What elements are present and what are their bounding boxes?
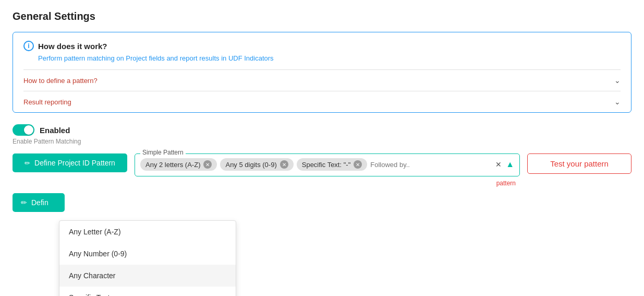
dropdown-item-any-number[interactable]: Any Number (0-9): [59, 243, 236, 265]
chevron-down-icon-2: ⌄: [614, 98, 621, 106]
toggle-row: Enabled: [13, 124, 631, 136]
define-project-id-button[interactable]: ✏ Define Project ID Pattern: [13, 153, 127, 172]
chip-label-specific: Specific Text: "-": [302, 161, 351, 169]
chip-label-digits: Any 5 digits (0-9): [225, 161, 276, 169]
define-second-button[interactable]: ✏ Defin: [13, 193, 65, 212]
dropdown-item-any-character[interactable]: Any Character: [59, 265, 236, 287]
pencil-icon-2: ✏: [21, 198, 27, 207]
accordion-item-pattern[interactable]: How to define a pattern? ⌄: [23, 69, 621, 91]
pattern-clear-icon[interactable]: ✕: [495, 160, 502, 169]
chip-label-letters: Any 2 letters (A-Z): [145, 161, 200, 169]
info-icon: i: [23, 41, 34, 51]
dropdown-item-specific-text[interactable]: Specific Text: [59, 287, 236, 296]
enable-sublabel: Enable Pattern Matching: [13, 138, 631, 145]
test-pattern-box[interactable]: Test your pattern: [527, 153, 631, 174]
enabled-toggle[interactable]: [13, 124, 34, 136]
page-title: General Settings: [13, 10, 631, 22]
followed-by-input[interactable]: [370, 161, 490, 169]
accordion-label-pattern: How to define a pattern?: [23, 77, 98, 85]
test-pattern-label: Test your pattern: [550, 159, 609, 168]
dropdown-item-any-letter[interactable]: Any Letter (A-Z): [59, 221, 236, 243]
chip-close-specific[interactable]: ✕: [354, 160, 362, 169]
simple-pattern-container: Simple Pattern Any 2 letters (A-Z) ✕ Any…: [135, 153, 520, 176]
toggle-label: Enabled: [40, 126, 70, 135]
second-define-row: ✏ Defin: [13, 193, 631, 212]
info-box: i How does it work? Perform pattern matc…: [13, 32, 631, 113]
simple-pattern-inner: Any 2 letters (A-Z) ✕ Any 5 digits (0-9)…: [140, 158, 514, 171]
chip-close-letters[interactable]: ✕: [203, 160, 212, 169]
pattern-type-dropdown: Any Letter (A-Z) Any Number (0-9) Any Ch…: [59, 220, 236, 296]
pattern-chip-digits[interactable]: Any 5 digits (0-9) ✕: [220, 158, 293, 171]
toggle-knob: [24, 125, 33, 135]
info-description: Perform pattern matching on Project fiel…: [38, 54, 621, 62]
pattern-chip-letters[interactable]: Any 2 letters (A-Z) ✕: [140, 158, 217, 171]
simple-pattern-legend: Simple Pattern: [140, 149, 186, 156]
chevron-down-icon: ⌄: [614, 76, 621, 85]
define-btn-label: Define Project ID Pattern: [34, 159, 115, 167]
accordion-label-reporting: Result reporting: [23, 98, 71, 106]
pattern-chip-specific[interactable]: Specific Text: "-" ✕: [297, 158, 368, 171]
pencil-icon: ✏: [25, 159, 30, 167]
chip-close-digits[interactable]: ✕: [280, 160, 288, 169]
pattern-arrow-icon[interactable]: ▲: [506, 160, 514, 169]
define-btn-partial-label: Defin: [31, 198, 48, 207]
pattern-row: ✏ Define Project ID Pattern Simple Patte…: [13, 153, 631, 176]
info-box-title: How does it work?: [38, 42, 107, 51]
info-box-header: i How does it work?: [23, 41, 621, 51]
pattern-error-hint: pattern: [496, 180, 516, 187]
accordion-item-reporting[interactable]: Result reporting ⌄: [23, 91, 621, 112]
